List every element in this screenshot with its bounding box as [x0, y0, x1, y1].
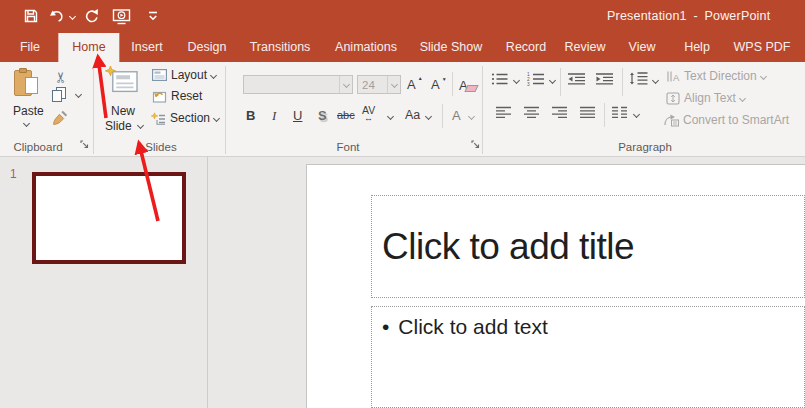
- titlebar: Presentation1 - PowerPoint File Home Ins…: [0, 0, 805, 62]
- new-slide-label-line2[interactable]: Slide: [105, 119, 132, 133]
- tab-home[interactable]: Home: [58, 33, 119, 62]
- cut-button[interactable]: ✂: [52, 71, 70, 84]
- chevron-down-icon: [342, 81, 349, 88]
- new-slide-button[interactable]: [104, 66, 140, 96]
- columns-chevron-icon[interactable]: [633, 111, 640, 118]
- columns-button[interactable]: [611, 106, 628, 119]
- underline-button[interactable]: U: [293, 109, 302, 122]
- columns-icon: [611, 106, 628, 119]
- change-case-button[interactable]: Aa: [405, 109, 420, 122]
- title-placeholder[interactable]: Click to add title: [371, 195, 805, 298]
- decrease-font-size-button[interactable]: A: [431, 78, 440, 91]
- font-name-combobox[interactable]: [243, 75, 353, 94]
- tab-slide-show[interactable]: Slide Show: [406, 33, 497, 62]
- bullets-button[interactable]: [491, 72, 508, 86]
- tab-transitions[interactable]: Transitions: [236, 33, 325, 62]
- bullets-chevron-icon[interactable]: [513, 77, 520, 84]
- text-shadow-button[interactable]: S: [318, 109, 327, 122]
- section-button[interactable]: Section: [150, 111, 219, 125]
- layout-label: Layout: [171, 68, 207, 82]
- decrease-indent-icon: [567, 72, 586, 86]
- bullet-glyph: •: [382, 315, 389, 338]
- layout-icon: [152, 69, 167, 81]
- undo-button[interactable]: [49, 8, 65, 24]
- font-dialog-launcher[interactable]: [471, 140, 482, 151]
- tab-insert[interactable]: Insert: [117, 33, 176, 62]
- align-left-button[interactable]: [495, 106, 512, 119]
- save-button[interactable]: [23, 8, 39, 24]
- increase-font-size-button[interactable]: A: [407, 78, 416, 91]
- slide-number: 1: [10, 167, 17, 181]
- layout-button[interactable]: Layout: [152, 68, 216, 82]
- character-spacing-chevron-icon[interactable]: [387, 113, 394, 120]
- line-spacing-chevron-icon[interactable]: [652, 77, 659, 84]
- new-slide-label-line1[interactable]: New: [111, 104, 135, 118]
- decrease-indent-button[interactable]: [567, 72, 586, 86]
- button-separator: [442, 104, 443, 128]
- text-direction-button[interactable]: A Text Direction: [666, 69, 766, 83]
- svg-text:3: 3: [527, 82, 530, 86]
- dialog-launcher-icon: [80, 140, 89, 149]
- customize-quick-access-toolbar-icon: [147, 9, 159, 23]
- body-placeholder-text: •Click to add text: [372, 307, 804, 339]
- align-left-icon: [495, 106, 512, 119]
- undo-dropdown-chevron-icon[interactable]: [69, 13, 76, 20]
- svg-text:A: A: [673, 71, 680, 82]
- font-color-chevron-icon[interactable]: [468, 113, 475, 120]
- tab-help[interactable]: Help: [670, 33, 724, 62]
- tab-wps-pdf[interactable]: WPS PDF: [720, 33, 805, 62]
- text-direction-label: Text Direction: [684, 69, 757, 83]
- section-dropdown-chevron-icon: [213, 114, 220, 121]
- justify-button[interactable]: [579, 106, 596, 119]
- format-painter-button[interactable]: [52, 110, 68, 126]
- line-spacing-button[interactable]: [629, 71, 649, 86]
- copy-dropdown-chevron-icon[interactable]: [75, 91, 82, 98]
- new-slide-dropdown-chevron-icon[interactable]: [137, 122, 144, 129]
- change-case-chevron-icon[interactable]: [425, 113, 432, 120]
- chevron-down-icon: [390, 81, 397, 88]
- paste-button[interactable]: [14, 68, 38, 97]
- body-placeholder[interactable]: •Click to add text: [371, 306, 805, 408]
- font-size-combobox[interactable]: 24: [357, 75, 401, 94]
- thumbnail-pane-separator[interactable]: [207, 157, 208, 408]
- font-name-dropdown[interactable]: [339, 76, 352, 93]
- paragraph-group-label: Paragraph: [618, 141, 672, 153]
- font-size-value: 24: [358, 79, 387, 91]
- character-spacing-arrows-icon: ↔: [364, 114, 373, 123]
- italic-button[interactable]: I: [272, 109, 276, 122]
- redo-button[interactable]: [84, 8, 100, 24]
- tab-design[interactable]: Design: [174, 33, 241, 62]
- numbering-button[interactable]: 123: [527, 72, 544, 86]
- tab-review[interactable]: Review: [551, 33, 620, 62]
- align-right-icon: [551, 106, 568, 119]
- copy-button[interactable]: [52, 87, 66, 105]
- align-right-button[interactable]: [551, 106, 568, 119]
- font-color-button[interactable]: A: [452, 109, 461, 122]
- body-placeholder-label: Click to add text: [398, 315, 547, 338]
- customize-quick-access-toolbar-button[interactable]: [147, 9, 159, 23]
- tab-animations[interactable]: Animations: [321, 33, 411, 62]
- start-slideshow-button[interactable]: [112, 8, 131, 25]
- clear-formatting-button[interactable]: A: [459, 78, 468, 93]
- font-size-dropdown[interactable]: [387, 76, 400, 93]
- convert-to-smartart-button[interactable]: Convert to SmartArt: [663, 113, 789, 127]
- align-text-button[interactable]: Align Text: [666, 91, 745, 105]
- paste-label[interactable]: Paste: [13, 104, 44, 118]
- numbering-chevron-icon[interactable]: [549, 77, 556, 84]
- group-separator: [225, 66, 226, 154]
- increase-indent-icon: [595, 72, 614, 86]
- reset-button[interactable]: Reset: [152, 89, 202, 103]
- increase-indent-button[interactable]: [595, 72, 614, 86]
- align-center-button[interactable]: [523, 106, 540, 119]
- character-spacing-button[interactable]: AV ↔: [362, 105, 375, 123]
- tab-view[interactable]: View: [615, 33, 670, 62]
- title-placeholder-text: Click to add title: [372, 226, 634, 268]
- bold-button[interactable]: B: [246, 109, 255, 122]
- button-separator: [560, 68, 561, 96]
- strikethrough-button[interactable]: abc: [337, 110, 355, 121]
- clipboard-dialog-launcher[interactable]: [80, 140, 91, 151]
- paste-dropdown-chevron-icon[interactable]: [23, 120, 30, 127]
- tab-file[interactable]: File: [6, 33, 54, 62]
- slide-thumbnail[interactable]: [32, 172, 186, 264]
- section-icon: [150, 112, 166, 125]
